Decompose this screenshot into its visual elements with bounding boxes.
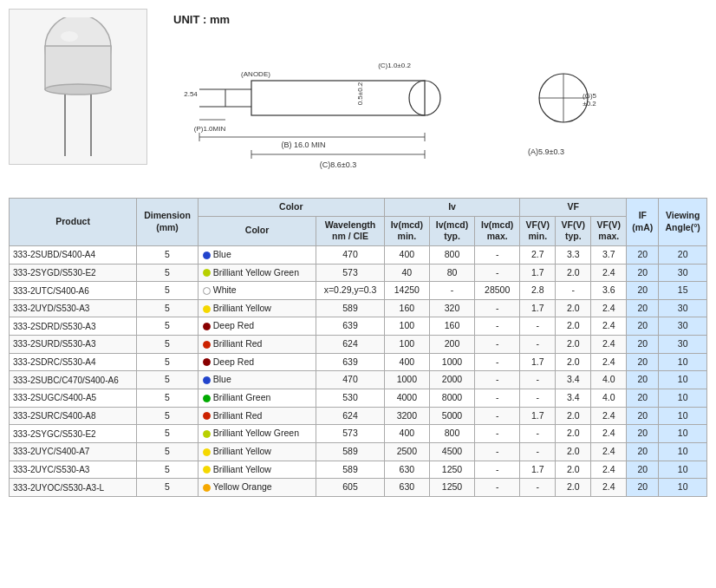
cell-dim: 5 — [137, 479, 199, 497]
cell-iv-typ: 1000 — [429, 353, 474, 371]
specs-table-wrapper: Product Dimension (mm) Color Iv VF IF (m… — [9, 198, 707, 497]
table-row: 333-2SUBC/C470/S400-A6 5 Blue 470 1000 2… — [10, 371, 707, 389]
color-dot — [203, 287, 211, 295]
cell-color: Brilliant Red — [198, 407, 316, 425]
cell-iv-max: 28500 — [475, 282, 520, 300]
cell-if: 20 — [627, 371, 659, 389]
cell-iv-min: 1000 — [384, 371, 429, 389]
cell-dim: 5 — [137, 336, 199, 354]
cell-vf-min: - — [520, 425, 556, 443]
cell-product: 333-2SUBD/S400-A4 — [10, 245, 137, 264]
svg-text:(C)8.6±0.3: (C)8.6±0.3 — [320, 160, 356, 169]
cell-wavelength: 624 — [316, 407, 384, 425]
cell-iv-typ: 8000 — [429, 389, 474, 408]
cell-if: 20 — [627, 461, 659, 479]
cell-vf-typ: 3.4 — [556, 371, 591, 389]
svg-point-5 — [61, 31, 78, 42]
cell-viewing: 30 — [659, 264, 707, 282]
cell-vf-typ: - — [556, 282, 591, 300]
diagram-area: UNIT : mm (B) 16.0 MIN (P)1.0MIN — [165, 9, 707, 182]
cell-vf-min: - — [520, 442, 556, 461]
cell-vf-max: 2.4 — [591, 264, 627, 282]
cell-iv-typ: 800 — [429, 245, 474, 264]
cell-color: Brilliant Yellow — [198, 299, 316, 317]
cell-product: 333-2SURC/S400-A8 — [10, 407, 137, 425]
cell-wavelength: 573 — [316, 425, 384, 443]
cell-iv-min: 100 — [384, 336, 429, 354]
unit-label: UNIT : mm — [173, 13, 707, 26]
cell-iv-typ: 320 — [429, 299, 474, 317]
cell-iv-typ: 1250 — [429, 479, 474, 497]
cell-color: Brilliant Red — [198, 336, 316, 354]
cell-dim: 5 — [137, 389, 199, 408]
table-row: 333-2UYOC/S530-A3-L 5 Yellow Orange 605 … — [10, 479, 707, 497]
cell-vf-min: - — [520, 371, 556, 389]
cell-iv-max: - — [475, 425, 520, 443]
svg-text:±0.2: ±0.2 — [583, 100, 596, 108]
col-header-color: Color — [198, 216, 316, 245]
cell-wavelength: 639 — [316, 353, 384, 371]
cell-if: 20 — [627, 353, 659, 371]
cell-viewing: 10 — [659, 407, 707, 425]
cell-vf-typ: 2.0 — [556, 407, 591, 425]
table-row: 333-2UTC/S400-A6 5 White x=0.29,y=0.3 14… — [10, 282, 707, 300]
cell-viewing: 30 — [659, 317, 707, 336]
color-dot — [203, 448, 211, 456]
col-header-vf-typ: VF(V) typ. — [556, 216, 591, 245]
cell-iv-typ: - — [429, 282, 474, 300]
cell-vf-min: 1.7 — [520, 461, 556, 479]
cell-vf-max: 2.4 — [591, 425, 627, 443]
cell-wavelength: 530 — [316, 389, 384, 408]
cell-vf-max: 2.4 — [591, 353, 627, 371]
cell-iv-max: - — [475, 389, 520, 408]
cell-iv-max: - — [475, 317, 520, 336]
cell-dim: 5 — [137, 282, 199, 300]
color-dot — [203, 341, 211, 349]
dimension-diagram: (B) 16.0 MIN (P)1.0MIN (C)8.6±0.3 (A)5.9… — [165, 33, 615, 180]
cell-wavelength: x=0.29,y=0.3 — [316, 282, 384, 300]
svg-text:(A)5.9±0.3: (A)5.9±0.3 — [528, 147, 564, 156]
cell-iv-max: - — [475, 371, 520, 389]
cell-iv-typ: 160 — [429, 317, 474, 336]
cell-iv-min: 3200 — [384, 407, 429, 425]
cell-viewing: 30 — [659, 336, 707, 354]
table-row: 333-2SYGC/S530-E2 5 Brilliant Yellow Gre… — [10, 425, 707, 443]
cell-iv-typ: 80 — [429, 264, 474, 282]
cell-dim: 5 — [137, 264, 199, 282]
cell-iv-min: 400 — [384, 245, 429, 264]
svg-text:(C)1.0±0.2: (C)1.0±0.2 — [378, 62, 411, 69]
table-row: 333-2SYGD/S530-E2 5 Brilliant Yellow Gre… — [10, 264, 707, 282]
cell-viewing: 10 — [659, 461, 707, 479]
cell-vf-max: 3.7 — [591, 245, 627, 264]
cell-dim: 5 — [137, 407, 199, 425]
col-header-vf-min: VF(V) min. — [520, 216, 556, 245]
cell-iv-max: - — [475, 407, 520, 425]
cell-vf-min: 1.7 — [520, 299, 556, 317]
cell-vf-max: 2.4 — [591, 317, 627, 336]
cell-product: 333-2SYGD/S530-E2 — [10, 264, 137, 282]
cell-iv-max: - — [475, 245, 520, 264]
cell-wavelength: 605 — [316, 479, 384, 497]
cell-vf-min: 2.8 — [520, 282, 556, 300]
cell-color: Brilliant Yellow — [198, 442, 316, 461]
cell-iv-max: - — [475, 479, 520, 497]
cell-vf-max: 2.4 — [591, 336, 627, 354]
cell-vf-typ: 2.0 — [556, 442, 591, 461]
cell-iv-typ: 2000 — [429, 371, 474, 389]
cell-wavelength: 589 — [316, 442, 384, 461]
cell-if: 20 — [627, 479, 659, 497]
cell-color: Brilliant Yellow Green — [198, 425, 316, 443]
cell-viewing: 10 — [659, 389, 707, 408]
col-header-iv-typ: Iv(mcd) typ. — [429, 216, 474, 245]
cell-iv-min: 14250 — [384, 282, 429, 300]
table-row: 333-2SDRD/S530-A3 5 Deep Red 639 100 160… — [10, 317, 707, 336]
col-header-dimension: Dimension (mm) — [137, 199, 199, 246]
table-row: 333-2SUGC/S400-A5 5 Brilliant Green 530 … — [10, 389, 707, 408]
color-dot — [203, 395, 211, 402]
cell-color: Deep Red — [198, 353, 316, 371]
cell-wavelength: 470 — [316, 245, 384, 264]
cell-iv-max: - — [475, 353, 520, 371]
cell-iv-typ: 1250 — [429, 461, 474, 479]
cell-dim: 5 — [137, 299, 199, 317]
cell-vf-typ: 2.0 — [556, 299, 591, 317]
